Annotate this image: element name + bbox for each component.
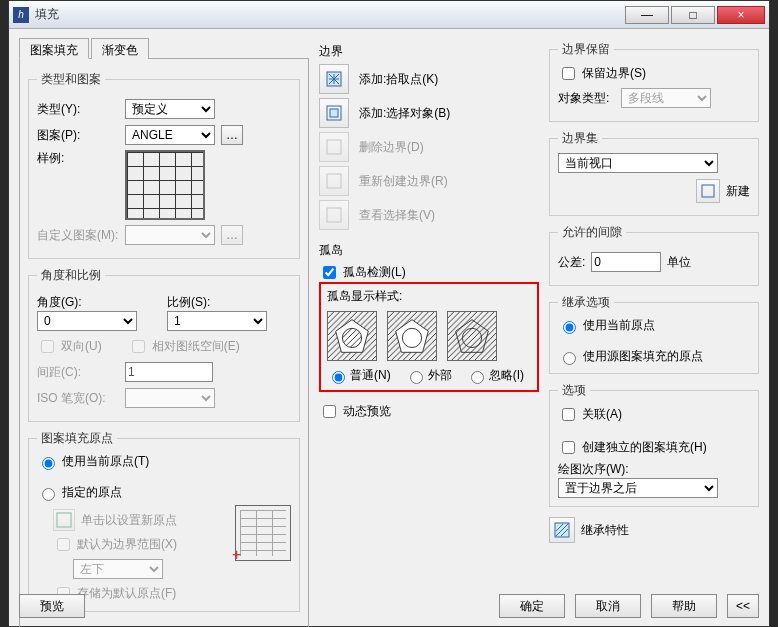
origin-preview: + <box>235 505 291 561</box>
dynamic-preview-checkbox[interactable] <box>323 405 336 418</box>
view-selection-button <box>319 200 349 230</box>
twoway-checkbox <box>41 340 54 353</box>
inherit-options-group: 继承选项 使用当前原点 使用源图案填充的原点 <box>549 294 759 374</box>
scale-label: 比例(S): <box>167 294 291 311</box>
iso-pen-label: ISO 笔宽(O): <box>37 390 119 407</box>
new-boundary-set-icon[interactable] <box>696 179 720 203</box>
custom-pattern-label: 自定义图案(M): <box>37 227 119 244</box>
scale-select[interactable]: 1 <box>167 311 267 331</box>
minimize-button[interactable]: — <box>625 6 669 24</box>
island-preview-normal[interactable] <box>327 311 377 361</box>
island-ignore-radio[interactable] <box>471 371 484 384</box>
spacing-label: 间距(C): <box>37 364 119 381</box>
inherit-props-label: 继承特性 <box>581 522 629 539</box>
pattern-select[interactable]: ANGLE <box>125 125 215 145</box>
middle-column: 边界 添加:拾取点(K) 添加:选择对象(B) 删除边界(D) 重新创建边界(R… <box>319 37 539 576</box>
tab-panel: 类型和图案 类型(Y): 预定义 图案(P): ANGLE … 样例: <box>19 59 309 627</box>
svg-point-12 <box>402 328 421 347</box>
add-select-label: 添加:选择对象(B) <box>359 105 450 122</box>
island-style-highlight: 孤岛显示样式: 普通(N) 外部 忽略(I) <box>319 282 539 392</box>
separate-hatch-checkbox[interactable] <box>562 441 575 454</box>
spacing-input <box>125 362 213 382</box>
type-select[interactable]: 预定义 <box>125 99 215 119</box>
type-pattern-group: 类型和图案 类型(Y): 预定义 图案(P): ANGLE … 样例: <box>28 71 300 259</box>
add-select-button[interactable] <box>319 98 349 128</box>
island-legend: 孤岛 <box>319 242 539 259</box>
cancel-button[interactable]: 取消 <box>575 594 641 618</box>
iso-pen-select <box>125 388 215 408</box>
angle-scale-group: 角度和比例 角度(G): 0 比例(S): 1 双向(U) 相对图纸空 <box>28 267 300 422</box>
svg-rect-4 <box>327 140 341 154</box>
right-column: 边界保留 保留边界(S) 对象类型: 多段线 边界集 当前视口 新建 允许的间隙… <box>549 37 759 576</box>
maximize-button[interactable]: □ <box>671 6 715 24</box>
add-pick-label: 添加:拾取点(K) <box>359 71 438 88</box>
preview-button[interactable]: 预览 <box>19 594 85 618</box>
left-column: 图案填充 渐变色 类型和图案 类型(Y): 预定义 图案(P): ANGLE … <box>19 37 309 576</box>
remove-boundary-label: 删除边界(D) <box>359 139 424 156</box>
pick-origin-icon <box>53 509 75 531</box>
svg-rect-6 <box>327 208 341 222</box>
svg-rect-0 <box>57 513 71 527</box>
ok-button[interactable]: 确定 <box>499 594 565 618</box>
island-preview-outer[interactable] <box>387 311 437 361</box>
objtype-label: 对象类型: <box>558 90 609 107</box>
retain-boundary-checkbox[interactable] <box>562 67 575 80</box>
boundary-set-select[interactable]: 当前视口 <box>558 153 718 173</box>
svg-rect-3 <box>330 109 338 117</box>
inherit-props-icon[interactable] <box>549 517 575 543</box>
tolerance-label: 公差: <box>558 254 585 271</box>
close-button[interactable]: × <box>717 6 765 24</box>
boundary-legend: 边界 <box>319 43 539 60</box>
titlebar[interactable]: h 填充 — □ × <box>9 1 769 29</box>
dialog-content: 图案填充 渐变色 类型和图案 类型(Y): 预定义 图案(P): ANGLE … <box>9 29 769 584</box>
custom-pattern-browse: … <box>221 225 243 245</box>
tab-hatch[interactable]: 图案填充 <box>19 38 89 59</box>
svg-rect-5 <box>327 174 341 188</box>
associate-checkbox[interactable] <box>562 408 575 421</box>
angle-select[interactable]: 0 <box>37 311 137 331</box>
hatch-origin-legend: 图案填充原点 <box>37 430 117 447</box>
tab-gradient[interactable]: 渐变色 <box>91 38 149 59</box>
add-pick-button[interactable] <box>319 64 349 94</box>
hatch-origin-group: 图案填充原点 使用当前原点(T) 指定的原点 单击以设置新原点 默认为边界范围(… <box>28 430 300 612</box>
origin-current-radio[interactable] <box>42 457 55 470</box>
pattern-label: 图案(P): <box>37 127 119 144</box>
tab-strip: 图案填充 渐变色 <box>19 37 309 59</box>
inherit-current-radio[interactable] <box>563 321 576 334</box>
island-outer-radio[interactable] <box>410 371 423 384</box>
boundary-retain-group: 边界保留 保留边界(S) 对象类型: 多段线 <box>549 41 759 122</box>
dialog-button-row: 预览 确定 取消 帮助 << <box>19 594 759 618</box>
draw-order-select[interactable]: 置于边界之后 <box>558 478 718 498</box>
inherit-source-radio[interactable] <box>563 352 576 365</box>
island-preview-ignore[interactable] <box>447 311 497 361</box>
recreate-boundary-button <box>319 166 349 196</box>
tolerance-input[interactable] <box>591 252 661 272</box>
origin-specified-radio[interactable] <box>42 488 55 501</box>
tolerance-unit: 单位 <box>667 254 691 271</box>
view-selection-label: 查看选择集(V) <box>359 207 435 224</box>
angle-scale-legend: 角度和比例 <box>37 267 105 284</box>
island-normal-radio[interactable] <box>332 371 345 384</box>
remove-boundary-button <box>319 132 349 162</box>
custom-pattern-select <box>125 225 215 245</box>
pattern-browse-button[interactable]: … <box>221 125 243 145</box>
svg-point-9 <box>342 328 361 347</box>
boundary-set-group: 边界集 当前视口 新建 <box>549 130 759 216</box>
window-title: 填充 <box>35 6 623 23</box>
sample-label: 样例: <box>37 150 119 167</box>
recreate-boundary-label: 重新创建边界(R) <box>359 173 448 190</box>
pattern-swatch[interactable] <box>125 150 205 220</box>
origin-pos-select: 左下 <box>73 559 163 579</box>
collapse-button[interactable]: << <box>727 594 759 618</box>
angle-label: 角度(G): <box>37 294 161 311</box>
type-pattern-legend: 类型和图案 <box>37 71 105 88</box>
svg-rect-16 <box>702 185 714 197</box>
options-group: 选项 关联(A) 创建独立的图案填充(H) 绘图次序(W): 置于边界之后 <box>549 382 759 507</box>
island-detect-checkbox[interactable] <box>323 266 336 279</box>
app-icon: h <box>13 7 29 23</box>
island-style-label: 孤岛显示样式: <box>327 288 531 305</box>
paperspace-checkbox <box>132 340 145 353</box>
type-label: 类型(Y): <box>37 101 119 118</box>
help-button[interactable]: 帮助 <box>651 594 717 618</box>
dialog-window: h 填充 — □ × 图案填充 渐变色 类型和图案 类型(Y): 预定义 图案( <box>8 0 770 627</box>
